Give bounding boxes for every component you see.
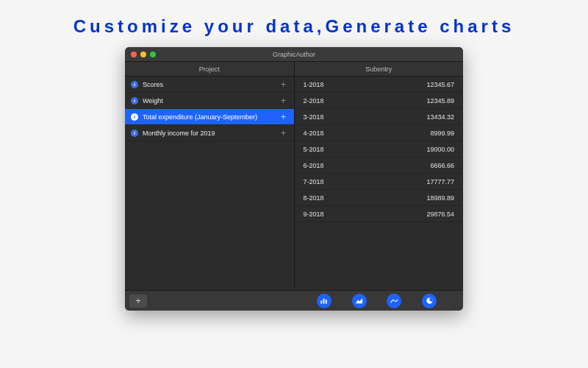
main-columns: Project i Scores + i Weight + i Total ex… [125,62,463,290]
close-icon[interactable] [131,52,137,57]
subentry-column-header: Subentry [295,62,464,77]
subentry-label: 6-2018 [304,162,431,169]
add-project-button[interactable]: + [129,294,147,308]
minimize-icon[interactable] [140,52,146,57]
subentry-value: 17777.77 [426,178,454,185]
line-chart-button[interactable] [387,294,401,308]
titlebar[interactable]: GraphicAuthor [125,47,463,62]
subentry-row[interactable]: 6-2018 6666.66 [295,158,464,174]
subentry-row[interactable]: 8-2018 18989.89 [295,190,464,206]
area-chart-button[interactable] [352,294,367,308]
app-window: GraphicAuthor Project i Scores + i Weigh… [125,47,463,311]
info-icon[interactable]: i [131,113,138,121]
project-row[interactable]: i Monthly income for 2019 + [125,125,294,141]
subentry-value: 12345.67 [426,81,454,88]
subentry-label: 9-2018 [304,210,427,218]
subentry-row[interactable]: 9-2018 29876.54 [295,206,464,222]
area-chart-icon [355,297,363,305]
bar-chart-button[interactable] [317,294,331,308]
subentry-label: 4-2018 [304,130,431,137]
project-row[interactable]: i Total expenditure (January-September) … [125,109,294,125]
add-subentry-icon[interactable]: + [279,113,288,121]
project-label: Scores [143,81,279,88]
info-icon[interactable]: i [131,97,138,105]
traffic-lights [125,52,156,57]
subentry-label: 2-2018 [304,97,427,105]
subentry-row[interactable]: 2-2018 12345.89 [295,93,464,109]
footer-right [290,294,463,308]
subentry-row[interactable]: 3-2018 13434.32 [295,109,464,125]
page-tagline: Customize your data,Generate charts [0,0,588,47]
subentry-row[interactable]: 5-2018 19000.00 [295,141,464,158]
subentry-value: 13434.32 [426,113,454,121]
project-column: Project i Scores + i Weight + i Total ex… [125,62,295,290]
footer-toolbar: + [125,290,463,311]
info-icon[interactable]: i [131,130,138,137]
bar-chart-icon [320,297,328,305]
subentry-value: 29876.54 [426,210,454,218]
window-title: GraphicAuthor [125,51,463,58]
subentry-column: Subentry 1-2018 12345.67 2-2018 12345.89… [295,62,464,290]
subentry-label: 7-2018 [304,178,427,185]
subentry-list: 1-2018 12345.67 2-2018 12345.89 3-2018 1… [295,77,464,290]
svg-rect-0 [321,301,323,304]
subentry-row[interactable]: 7-2018 17777.77 [295,174,464,190]
info-icon[interactable]: i [131,81,138,88]
project-label: Total expenditure (January-September) [143,113,279,121]
svg-rect-2 [326,300,327,304]
project-column-header: Project [125,62,294,77]
subentry-row[interactable]: 4-2018 8999.99 [295,125,464,141]
subentry-label: 5-2018 [304,146,427,153]
subentry-label: 3-2018 [304,113,427,121]
add-subentry-icon[interactable]: + [279,129,288,138]
pie-chart-button[interactable] [422,294,437,308]
line-chart-icon [390,297,398,305]
subentry-value: 12345.89 [426,97,454,105]
svg-rect-1 [323,299,325,304]
subentry-value: 8999.99 [430,130,454,137]
subentry-value: 6666.66 [430,162,454,169]
add-subentry-icon[interactable]: + [279,96,288,105]
project-row[interactable]: i Scores + [125,77,294,93]
subentry-value: 18989.89 [426,194,454,202]
fullscreen-icon[interactable] [150,52,156,57]
project-label: Monthly income for 2019 [143,130,279,137]
project-row[interactable]: i Weight + [125,93,294,109]
pie-chart-icon [426,297,434,305]
subentry-value: 19000.00 [426,146,454,153]
project-label: Weight [143,97,279,105]
subentry-label: 1-2018 [304,81,427,88]
add-subentry-icon[interactable]: + [279,80,288,89]
footer-left: + [125,294,290,308]
subentry-label: 8-2018 [304,194,427,202]
subentry-row[interactable]: 1-2018 12345.67 [295,77,464,93]
project-list: i Scores + i Weight + i Total expenditur… [125,77,294,290]
